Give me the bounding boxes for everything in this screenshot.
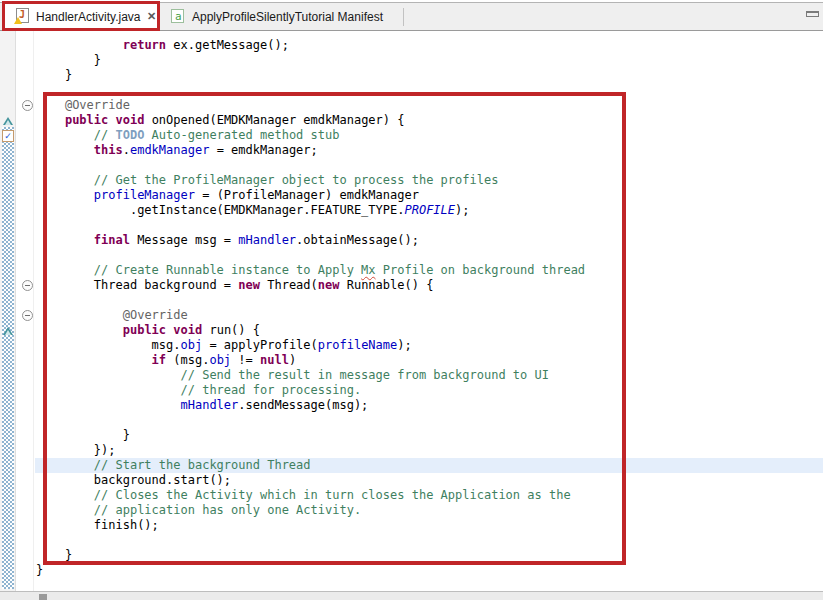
tab-separator bbox=[403, 8, 404, 26]
fold-collapse-icon[interactable] bbox=[22, 100, 33, 111]
bottom-panel-edge bbox=[0, 591, 823, 600]
red-annotation-box-code bbox=[43, 92, 626, 565]
tab-label: ApplyProfileSilentlyTutorial Manifest bbox=[192, 10, 383, 24]
red-annotation-box-tab bbox=[2, 1, 160, 31]
code-line[interactable]: } bbox=[0, 563, 823, 578]
fold-collapse-icon[interactable] bbox=[22, 310, 33, 321]
minimize-view-icon[interactable] bbox=[806, 11, 819, 17]
fold-collapse-icon[interactable] bbox=[22, 280, 33, 291]
tab-applyprofilesilentlytutorial-manifest[interactable]: a ApplyProfileSilentlyTutorial Manifest bbox=[166, 3, 403, 30]
todo-task-icon: ✓ bbox=[2, 130, 14, 142]
override-indicator-icon bbox=[3, 327, 13, 335]
override-indicator-icon bbox=[3, 117, 13, 125]
code-line[interactable]: return ex.getMessage(); bbox=[0, 38, 823, 53]
partial-element-fragment bbox=[39, 594, 47, 600]
annotation-ruler[interactable] bbox=[0, 31, 16, 591]
code-line[interactable]: } bbox=[0, 68, 823, 83]
code-line[interactable]: } bbox=[0, 53, 823, 68]
android-manifest-file-icon: a bbox=[171, 9, 184, 23]
range-indicator bbox=[2, 127, 14, 589]
